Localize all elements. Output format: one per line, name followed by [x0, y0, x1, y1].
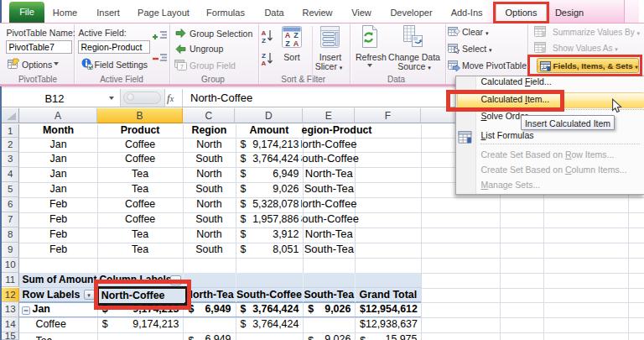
svg-text:7: 7	[180, 64, 184, 70]
svg-text:A: A	[262, 29, 267, 37]
svg-text:A: A	[285, 31, 291, 39]
svg-text:Z: Z	[262, 37, 266, 44]
svg-text:Z: Z	[293, 31, 299, 39]
svg-text:A: A	[293, 39, 299, 48]
svg-text:A: A	[262, 60, 267, 66]
svg-text:Z: Z	[285, 39, 290, 48]
svg-text:Z: Z	[262, 52, 266, 60]
